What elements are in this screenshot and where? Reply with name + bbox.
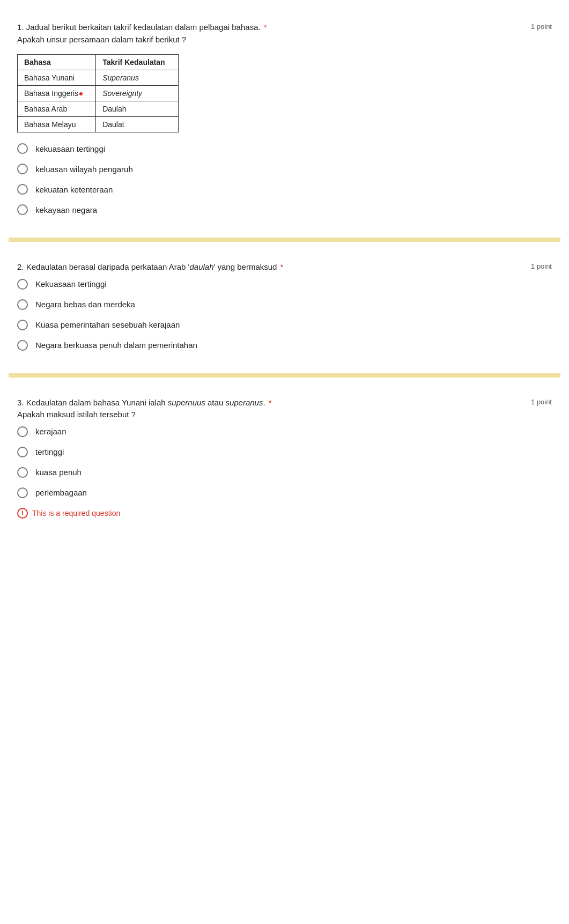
q1-option-1-text: kekuasaan tertinggi: [35, 144, 105, 153]
question-3-text: 3. Kedaulatan dalam bahasa Yunani ialah …: [17, 397, 522, 421]
kedaulatan-table: Bahasa Takrif Kedaulatan Bahasa Yunani S…: [17, 54, 179, 132]
table-cell-takrif-arab: Daulah: [96, 101, 178, 117]
q3-radio-3[interactable]: [17, 467, 28, 478]
q2-option-3[interactable]: Kuasa pemerintahan sesebuah kerajaan: [17, 320, 552, 330]
q3-options-list: kerajaan tertinggi kuasa penuh perlembag…: [17, 426, 552, 498]
q2-options-list: Kekuasaan tertinggi Negara bebas dan mer…: [17, 279, 552, 351]
q3-option-4[interactable]: perlembagaan: [17, 487, 552, 498]
q2-option-2[interactable]: Negara bebas dan merdeka: [17, 299, 552, 310]
question-block-3: 3. Kedaulatan dalam bahasa Yunani ialah …: [9, 386, 560, 531]
q3-option-4-text: perlembagaan: [35, 488, 87, 497]
q1-options-list: kekuasaan tertinggi keluasan wilayah pen…: [17, 143, 552, 215]
q3-text-middle: atau: [205, 398, 226, 407]
q2-option-2-text: Negara bebas dan merdeka: [35, 300, 135, 309]
q1-radio-2[interactable]: [17, 164, 28, 174]
q1-radio-1[interactable]: [17, 143, 28, 154]
table-cell-takrif-inggeris: Sovereignty: [96, 86, 178, 101]
q3-italic-superanus: superanus: [225, 398, 263, 407]
question-block-1: 1. Jadual berikut berkaitan takrif kedau…: [9, 11, 560, 238]
divider-2: [9, 373, 560, 378]
q3-radio-4[interactable]: [17, 487, 28, 498]
table-cell-takrif-melayu: Daulat: [96, 117, 178, 132]
q1-option-3-text: kekuatan ketenteraan: [35, 185, 113, 194]
q1-radio-4[interactable]: [17, 204, 28, 215]
q1-option-1[interactable]: kekuasaan tertinggi: [17, 143, 552, 154]
table-cell-bahasa-arab: Bahasa Arab: [18, 101, 96, 117]
q2-required-star: *: [280, 262, 284, 271]
q2-option-1[interactable]: Kekuasaan tertinggi: [17, 279, 552, 290]
q2-option-4-text: Negara berkuasa penuh dalam pemerintahan: [35, 341, 197, 350]
q3-required-star: *: [269, 398, 272, 407]
q1-number: 1.: [17, 23, 24, 32]
q1-option-4-text: kekayaan negara: [35, 205, 97, 215]
q2-points: 1 point: [531, 261, 552, 270]
q3-option-3[interactable]: kuasa penuh: [17, 467, 552, 478]
q3-radio-1[interactable]: [17, 426, 28, 437]
question-1-text: 1. Jadual berikut berkaitan takrif kedau…: [17, 21, 522, 46]
q2-radio-3[interactable]: [17, 320, 28, 330]
table-row: Bahasa Inggeris Sovereignty: [18, 86, 179, 101]
error-icon: !: [17, 508, 28, 519]
table-cell-bahasa-inggeris: Bahasa Inggeris: [18, 86, 96, 101]
required-error-q3: ! This is a required question: [17, 508, 552, 519]
question-2-text: 2. Kedaulatan berasal daripada perkataan…: [17, 261, 522, 273]
q3-points: 1 point: [531, 397, 552, 406]
q3-option-2[interactable]: tertinggi: [17, 447, 552, 457]
q3-radio-2[interactable]: [17, 447, 28, 457]
q2-italic-daulah: daulah: [189, 262, 213, 271]
table-cell-takrif-yunani: Superanus: [96, 70, 178, 86]
table-row: Bahasa Melayu Daulat: [18, 117, 179, 132]
q2-number: 2.: [17, 262, 24, 271]
q1-radio-3[interactable]: [17, 184, 28, 195]
q1-required-star: *: [264, 23, 267, 32]
q3-italic-supernuus: supernuus: [168, 398, 205, 407]
table-row: Bahasa Arab Daulah: [18, 101, 179, 117]
required-error-text: This is a required question: [32, 509, 120, 518]
q1-option-2-text: keluasan wilayah pengaruh: [35, 165, 133, 174]
q2-option-3-text: Kuasa pemerintahan sesebuah kerajaan: [35, 320, 180, 329]
page-wrapper: 1. Jadual berikut berkaitan takrif kedau…: [0, 0, 569, 542]
q3-option-1-text: kerajaan: [35, 427, 66, 436]
q2-radio-2[interactable]: [17, 299, 28, 310]
q1-main-text: Jadual berikut berkaitan takrif kedaulat…: [26, 23, 261, 32]
q1-sub-text: Apakah unsur persamaan dalam takrif beri…: [17, 35, 186, 44]
q3-option-2-text: tertinggi: [35, 447, 64, 456]
question-3-header: 3. Kedaulatan dalam bahasa Yunani ialah …: [17, 397, 552, 421]
q2-option-1-text: Kekuasaan tertinggi: [35, 279, 107, 289]
q2-option-4[interactable]: Negara berkuasa penuh dalam pemerintahan: [17, 340, 552, 351]
question-1-header: 1. Jadual berikut berkaitan takrif kedau…: [17, 21, 552, 46]
question-block-2: 2. Kedaulatan berasal daripada perkataan…: [9, 250, 560, 373]
table-cell-bahasa-melayu: Bahasa Melayu: [18, 117, 96, 132]
q3-text-after: .: [263, 398, 265, 407]
table-row: Bahasa Yunani Superanus: [18, 70, 179, 86]
q2-radio-1[interactable]: [17, 279, 28, 290]
q3-option-1[interactable]: kerajaan: [17, 426, 552, 437]
q1-option-2[interactable]: keluasan wilayah pengaruh: [17, 164, 552, 174]
q1-points: 1 point: [531, 21, 552, 31]
q2-radio-4[interactable]: [17, 340, 28, 351]
q3-sub-text: Apakah maksud istilah tersebut ?: [17, 410, 136, 419]
table-header-bahasa: Bahasa: [18, 55, 96, 70]
q2-main-text: Kedaulatan berasal daripada perkataan Ar…: [26, 262, 279, 271]
q3-number: 3.: [17, 398, 24, 407]
table-header-takrif: Takrif Kedaulatan: [96, 55, 178, 70]
divider-1: [9, 238, 560, 242]
red-dot-icon: [79, 92, 83, 95]
q3-option-3-text: kuasa penuh: [35, 468, 82, 477]
q3-text-before: Kedaulatan dalam bahasa Yunani ialah: [26, 398, 168, 407]
q1-option-3[interactable]: kekuatan ketenteraan: [17, 184, 552, 195]
q1-option-4[interactable]: kekayaan negara: [17, 204, 552, 215]
question-2-header: 2. Kedaulatan berasal daripada perkataan…: [17, 261, 552, 273]
table-cell-bahasa-yunani: Bahasa Yunani: [18, 70, 96, 86]
